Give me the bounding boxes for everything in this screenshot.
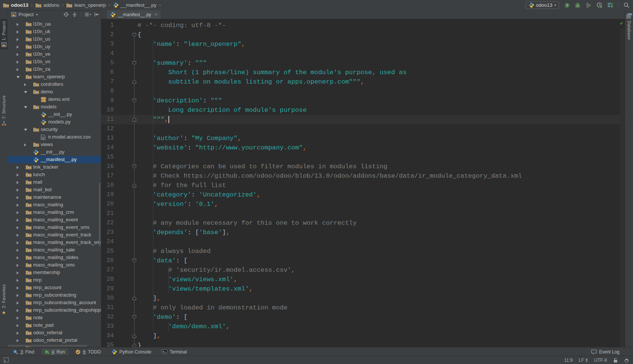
settings-button[interactable]: ▾ [84, 12, 91, 17]
chevron-right-icon[interactable] [24, 83, 26, 86]
breadcrumb-item-odoo13[interactable]: odoo13 [3, 2, 28, 8]
fold-end-icon[interactable] [132, 296, 136, 300]
chevron-right-icon[interactable] [17, 339, 19, 342]
code-line-5[interactable]: 'summary': """ [138, 58, 207, 68]
chevron-right-icon[interactable] [17, 219, 19, 222]
chevron-right-icon[interactable] [17, 211, 19, 214]
chevron-right-icon[interactable] [17, 286, 19, 289]
chevron-right-icon[interactable] [17, 332, 19, 335]
tree-item-l10n-za[interactable]: l10n_za [8, 65, 101, 73]
chevron-right-icon[interactable] [17, 249, 19, 252]
tree-item-mrp-subcontracting-account[interactable]: mrp_subcontracting_account [8, 299, 101, 306]
chevron-right-icon[interactable] [17, 38, 19, 41]
event-log-button[interactable]: Event Log [591, 347, 619, 356]
code-line-29[interactable]: 'views/templates.xml', [138, 284, 253, 294]
fold-end-icon[interactable] [132, 80, 136, 84]
tree-item--init-py[interactable]: __init__.py [8, 148, 101, 156]
tree-item-note[interactable]: note [8, 314, 101, 321]
project-view-selector[interactable]: Project ▾ [11, 12, 38, 17]
code-line-22[interactable]: # any module necessary for this one to w… [138, 218, 357, 228]
tree-item-views[interactable]: views [8, 141, 101, 148]
code-line-18[interactable]: # for the full list [138, 181, 226, 190]
tree-vertical-scrollbar[interactable] [99, 183, 101, 247]
code-line-25[interactable]: # always loaded [138, 247, 211, 256]
stripe-button-7-structure[interactable]: 7: Structure [0, 95, 8, 126]
chevron-right-icon[interactable] [17, 61, 19, 64]
toolwindow-switcher-icon[interactable] [4, 358, 9, 362]
code-line-35[interactable]: } [138, 341, 141, 347]
tree-item-controllers[interactable]: controllers [8, 81, 101, 88]
status-file-lock[interactable] [613, 358, 618, 363]
tree-item-l10n-vn[interactable]: l10n_vn [8, 58, 101, 65]
chevron-down-icon[interactable] [17, 76, 20, 78]
code-line-9[interactable]: 'description': """ [138, 96, 222, 105]
tree-item-l10n-uk[interactable]: l10n_uk [8, 28, 101, 35]
fold-start-icon[interactable] [132, 99, 136, 103]
code-line-7[interactable]: subtitle on modules listing or apps.open… [138, 77, 364, 87]
fold-start-icon[interactable] [132, 33, 136, 37]
chevron-right-icon[interactable] [17, 294, 19, 297]
chevron-right-icon[interactable] [17, 46, 19, 49]
debug-button[interactable] [574, 2, 581, 9]
tree-item-mass-mailing-slides[interactable]: mass_mailing_slides [8, 254, 101, 261]
tree-item-ir-model-access-csv[interactable]: ir.model.access.csv [8, 133, 101, 141]
tree-item-mass-mailing-crm[interactable]: mass_mailing_crm [8, 209, 101, 216]
chevron-right-icon[interactable] [17, 181, 19, 184]
toolwindow-button-terminal[interactable]: Terminal [159, 349, 190, 355]
coverage-button[interactable] [585, 2, 592, 9]
status-line-separator[interactable]: LF [579, 358, 588, 363]
tree-item-odoo-referral-portal[interactable]: odoo_referral_portal [8, 337, 101, 344]
tree-item-mrp-subcontracting[interactable]: mrp_subcontracting [8, 291, 101, 299]
chevron-right-icon[interactable] [17, 174, 19, 177]
chevron-right-icon[interactable] [17, 53, 19, 56]
hide-panel-button[interactable] [94, 12, 99, 17]
run-configuration-select[interactable]: odoo13 ▾ [526, 1, 559, 9]
tree-item-note-pad[interactable]: note_pad [8, 321, 101, 329]
tree-item-mass-mailing-event-track[interactable]: mass_mailing_event_track [8, 231, 101, 239]
tree-item-mrp-subcontracting-dropshipping[interactable]: mrp_subcontracting_dropshipping [8, 306, 101, 314]
chevron-right-icon[interactable] [17, 256, 19, 259]
chevron-right-icon[interactable] [17, 30, 19, 34]
chevron-right-icon[interactable] [17, 189, 19, 192]
code-line-10[interactable]: Long description of module's purpose [138, 105, 307, 115]
rerun-button[interactable] [563, 2, 570, 9]
stripe-button-1-project[interactable]: 1: Project [0, 19, 8, 49]
fold-end-icon[interactable] [132, 334, 136, 338]
chevron-right-icon[interactable] [17, 196, 19, 199]
inspections-ok-icon[interactable]: ✔ [620, 20, 623, 26]
status-highlighting-level[interactable] [624, 358, 629, 363]
breadcrumb-item--manifest-py[interactable]: __manifest__.py [113, 2, 156, 8]
tree-item-membership[interactable]: membership [8, 269, 101, 276]
code-line-23[interactable]: 'depends': ['base'], [138, 228, 230, 237]
tree-item-mass-mailing-sale[interactable]: mass_mailing_sale [8, 246, 101, 254]
code-line-16[interactable]: # Categories can be used to filter modul… [138, 162, 387, 171]
tree-item--manifest-py[interactable]: __manifest__.py [8, 156, 101, 163]
tree-item-mass-mailing-event[interactable]: mass_mailing_event [8, 216, 101, 224]
code-line-26[interactable]: 'data': [ [138, 256, 188, 265]
tree-item-security[interactable]: security [8, 126, 101, 133]
toolwindow-button-run[interactable]: 4: Run [42, 349, 68, 355]
error-stripe[interactable] [620, 29, 624, 347]
tree-item-mass-mailing-event-track-sms[interactable]: mass_mailing_event_track_sms [8, 239, 101, 246]
tree-item-l10n-ve[interactable]: l10n_ve [8, 50, 101, 58]
fold-start-icon[interactable] [132, 61, 136, 65]
tree-item-mrp-account[interactable]: mrp_account [8, 284, 101, 291]
tree-item-l10n-uy[interactable]: l10n_uy [8, 43, 101, 50]
code-line-6[interactable]: Short (1 phrase/line) summary of the mod… [138, 68, 407, 77]
fold-start-icon[interactable] [132, 315, 136, 319]
toolwindow-button-todo[interactable]: 6: TODO [72, 349, 104, 355]
fold-end-icon[interactable] [132, 117, 136, 122]
toolwindow-button-python-console[interactable]: Python Console [109, 348, 154, 355]
tree-item-mass-mailing-sms[interactable]: mass_mailing_sms [8, 261, 101, 269]
breadcrumb-item-addons[interactable]: addons [35, 2, 60, 8]
search-everywhere-button[interactable] [622, 2, 630, 9]
code-line-27[interactable]: # 'security/ir.model.access.csv', [138, 265, 295, 275]
tree-item-demo[interactable]: demo [8, 88, 101, 96]
chevron-down-icon[interactable] [24, 106, 27, 108]
tab-manifest-py[interactable]: __manifest__.py × [106, 10, 161, 19]
chevron-right-icon[interactable] [17, 166, 19, 169]
code-line-31[interactable]: # only loaded in demonstration mode [138, 303, 287, 312]
fold-start-icon[interactable] [132, 259, 136, 263]
code-line-3[interactable]: 'name': "learn_openerp", [138, 40, 245, 49]
tree-item-maintenance[interactable]: maintenance [8, 193, 101, 201]
